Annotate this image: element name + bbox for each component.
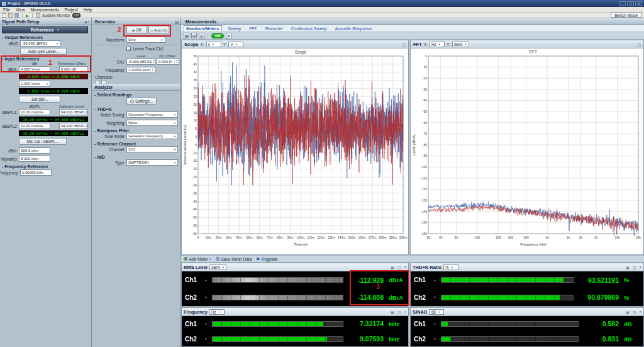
collapse-toggle[interactable]: - <box>2 164 3 169</box>
minimize-button[interactable]: – <box>619 1 626 6</box>
tab-fft[interactable]: FFT <box>247 25 258 31</box>
popout-icon[interactable]: ◳ <box>397 265 401 270</box>
audible-monitor-toggle[interactable]: Off <box>72 13 80 18</box>
popout-icon[interactable]: ◳ <box>397 310 401 314</box>
tab-monitors-meters[interactable]: Monitors/Meters <box>184 25 222 31</box>
layout-list-icon[interactable]: ▤ <box>191 33 197 38</box>
menu-help[interactable]: Help <box>84 8 92 12</box>
waveform-select[interactable]: Sine ▼ <box>126 37 165 43</box>
save-meter-data-button[interactable]: ▥ Save Meter Data <box>216 256 252 261</box>
channel-dropdown-icon[interactable]: ▾ <box>205 295 207 299</box>
channel-dropdown-icon[interactable]: ▾ <box>205 278 207 282</box>
meter-menu-icon[interactable]: ▤ <box>391 265 394 270</box>
speaker-icon[interactable] <box>36 13 40 18</box>
set-dbr-button[interactable]: Set dBr... <box>19 96 60 103</box>
dbspl1-cal-field[interactable]: 94.000 dBSPL1 <box>59 109 88 115</box>
dbspl2-cal-field[interactable]: 94.000 dBSPL2 <box>59 123 88 129</box>
generator-auto-on-button[interactable]: ◷ Auto On <box>148 26 169 34</box>
channel-dropdown-icon[interactable]: ▾ <box>434 278 436 282</box>
channel-dropdown-icon[interactable]: ▾ <box>434 295 436 299</box>
menu-measurements[interactable]: Measurements <box>31 8 59 12</box>
menu-project[interactable]: Project <box>65 8 78 12</box>
notch-tuning-select[interactable]: Generator Frequency ▼ <box>126 111 178 118</box>
close-icon[interactable]: × <box>639 310 641 314</box>
generator-off-button[interactable]: ▶ Off <box>126 26 147 34</box>
fft-y-unit-select[interactable]: dBrA ▼ <box>452 42 469 47</box>
ch1-level-field[interactable]: -5.000 dBFS1 ▲▼ <box>126 59 155 65</box>
popout-icon[interactable]: ◳ <box>633 310 636 314</box>
bench-mode-button[interactable]: Bench Mode <box>611 13 643 18</box>
menu-view[interactable]: View <box>16 8 25 12</box>
frequency-ref-field[interactable]: 1.00000 kHz <box>20 169 52 176</box>
layout-grid-icon[interactable]: ▦ <box>184 33 189 38</box>
auto-gen-level-button[interactable]: Auto Gen Level... <box>20 48 67 55</box>
settings-button[interactable]: Settings... <box>126 98 157 105</box>
close-icon[interactable]: × <box>404 310 406 314</box>
popout-icon[interactable]: ◳ <box>175 20 179 24</box>
dbspl2-value-field[interactable]: 10.00 mVrms <box>19 123 50 129</box>
menu-file[interactable]: File <box>3 8 10 12</box>
collapse-toggle[interactable]: - <box>2 57 3 61</box>
spinner-icon[interactable]: ▲▼ <box>150 68 153 72</box>
add-meter-button[interactable]: ▦ Add Meter ▾ <box>184 256 211 261</box>
open-project-icon[interactable] <box>8 13 13 18</box>
dbspl1-value-field[interactable]: 10.00 mVrms <box>19 109 50 115</box>
meter-unit-select[interactable]: dBrA ▼ <box>209 265 226 270</box>
regulate-button[interactable]: ▶ Regulate <box>257 256 277 261</box>
collapse-panel-icon[interactable]: ◂ <box>85 20 87 24</box>
tab-sweep[interactable]: Sweep <box>226 25 243 31</box>
collapse-toggle[interactable]: - <box>94 155 96 159</box>
tab-acoustic-response[interactable]: Acoustic Response <box>333 25 374 31</box>
popout-icon[interactable]: ◳ <box>402 42 406 47</box>
generator-frequency-field[interactable]: 1.00000 kHz ▲▼ <box>126 67 155 73</box>
mic-cal-button[interactable]: Mic Cal / dBSPL... <box>19 138 67 145</box>
meter-unit-select[interactable]: % ▼ <box>443 265 458 270</box>
maximize-button[interactable]: □ <box>627 1 634 6</box>
collapse-toggle[interactable]: - <box>2 35 3 40</box>
scope-y-unit-select[interactable]: V ▼ <box>228 42 243 47</box>
meter-menu-icon[interactable]: ▤ <box>391 310 394 314</box>
channel-dropdown-icon[interactable]: ▾ <box>434 322 436 326</box>
channel-select[interactable]: Ch1 ▼ <box>126 146 178 152</box>
meter-unit-select[interactable]: Hz ▼ <box>209 309 225 315</box>
tune-mode-select[interactable]: Generator Frequency ▼ <box>126 133 178 139</box>
close-icon[interactable]: × <box>639 265 641 269</box>
tab-continuous-sweep[interactable]: Continuous Sweep <box>289 25 329 31</box>
dbrb-value-combo[interactable]: 1.000 Vrms ▼ <box>19 81 50 87</box>
tab-recorder[interactable]: Recorder <box>264 25 285 31</box>
references-dropdown[interactable]: References ▼ <box>2 26 88 33</box>
watts-field[interactable]: 8.000 ohm <box>19 156 50 162</box>
dbrg-field[interactable]: -20.000 dBFS1 ▼ <box>20 40 60 47</box>
meter-menu-icon[interactable]: ▤ <box>626 265 630 270</box>
close-button[interactable]: × <box>635 1 642 6</box>
layout-save-icon[interactable]: ▥ <box>199 33 204 38</box>
dbra-offset-field[interactable]: 0.000 dB <box>59 66 88 72</box>
collapse-toggle[interactable]: - <box>94 128 96 133</box>
levels-track-checkbox[interactable]: ✓ Levels Track Ch1 <box>126 47 164 51</box>
imd-type-select[interactable]: SMPTE/DIN ▼ <box>126 159 178 166</box>
weighting-select[interactable]: None ▼ <box>126 120 178 126</box>
spinner-icon[interactable]: ▲▼ <box>152 60 155 64</box>
meter-menu-icon[interactable]: ▤ <box>626 310 630 314</box>
collapse-toggle[interactable]: - <box>94 107 96 111</box>
popout-icon[interactable]: ◳ <box>633 265 636 270</box>
save-project-icon[interactable] <box>14 13 19 18</box>
options-menu-icon[interactable]: ▾ <box>226 33 231 38</box>
new-project-icon[interactable] <box>2 13 6 18</box>
spinner-icon[interactable]: ▲▼ <box>174 60 177 64</box>
channel-dropdown-icon[interactable]: ▾ <box>205 322 207 326</box>
monitor-on-toggle[interactable]: ON <box>211 33 224 38</box>
channel-dropdown-icon[interactable]: ▾ <box>434 337 436 341</box>
popout-icon[interactable]: ◳ <box>637 42 641 47</box>
dbm-field[interactable]: 600.0 ohm <box>19 147 50 154</box>
scope-x-unit-select[interactable]: s ▼ <box>206 42 221 47</box>
dbra-value-field[interactable]: 4.035 Vrms <box>19 66 50 72</box>
meter-unit-select[interactable]: dB ▼ <box>429 309 444 315</box>
start-icon[interactable]: ▶ <box>26 13 29 18</box>
collapse-toggle[interactable]: - <box>94 93 96 97</box>
close-icon[interactable]: × <box>404 265 406 269</box>
channel-dropdown-icon[interactable]: ▾ <box>205 337 207 341</box>
fft-x-unit-select[interactable]: Hz ▼ <box>430 42 445 47</box>
collapse-toggle[interactable]: - <box>94 142 96 146</box>
ch1-dc-offset-field[interactable]: 0.000 D ▲▼ <box>157 59 179 65</box>
